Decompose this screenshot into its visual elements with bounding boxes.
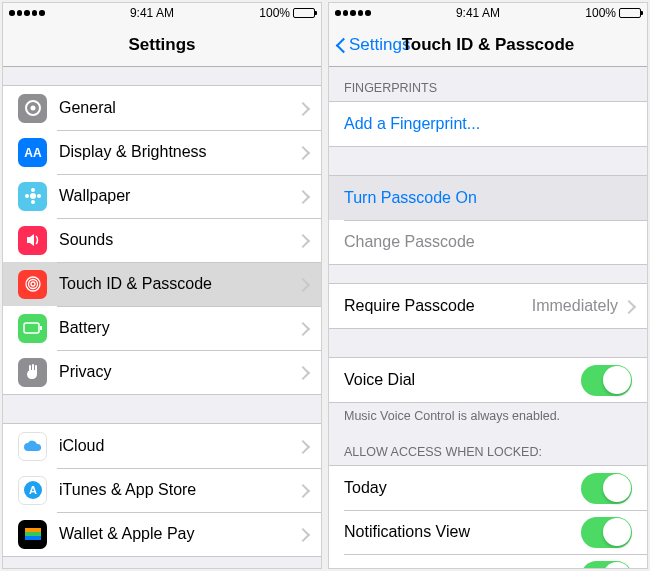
- require-passcode-label: Require Passcode: [344, 297, 532, 315]
- row-battery[interactable]: Battery: [3, 306, 321, 350]
- signal-dots: [9, 10, 45, 16]
- back-label: Settings: [349, 35, 410, 55]
- nav-bar: Settings: [3, 23, 321, 67]
- today-row: Today: [329, 466, 647, 510]
- svg-rect-17: [25, 536, 41, 540]
- status-time: 9:41 AM: [130, 6, 174, 20]
- battery-icon: [293, 8, 315, 18]
- require-passcode-row[interactable]: Require Passcode Immediately: [329, 284, 647, 328]
- chevron-right-icon: [624, 300, 632, 313]
- speaker-icon: [18, 226, 47, 255]
- siri-switch[interactable]: [581, 561, 632, 569]
- svg-point-3: [30, 193, 36, 199]
- require-passcode-value: Immediately: [532, 297, 618, 315]
- svg-text:AA: AA: [24, 146, 42, 159]
- appstore-icon: A: [18, 476, 47, 505]
- settings-screen: 9:41 AM 100% Settings General AA Display…: [2, 2, 322, 569]
- row-label: Privacy: [59, 363, 298, 381]
- nav-bar: Settings Touch ID & Passcode: [329, 23, 647, 67]
- settings-group-0: General AA Display & Brightness Wallpape…: [3, 85, 321, 395]
- chevron-right-icon: [298, 234, 306, 247]
- aa-icon: AA: [18, 138, 47, 167]
- status-bar: 9:41 AM 100%: [329, 3, 647, 23]
- svg-text:A: A: [29, 484, 37, 496]
- row-label: Touch ID & Passcode: [59, 275, 298, 293]
- chevron-left-icon: [335, 35, 347, 55]
- siri-row: Siri: [329, 554, 647, 568]
- chevron-right-icon: [298, 146, 306, 159]
- touchid-content[interactable]: FINGERPRINTS Add a Fingerprint... Turn P…: [329, 67, 647, 568]
- status-time: 9:41 AM: [456, 6, 500, 20]
- notifications-row: Notifications View: [329, 510, 647, 554]
- today-label: Today: [344, 479, 581, 497]
- turn-passcode-on-row[interactable]: Turn Passcode On: [329, 176, 647, 220]
- row-touchid[interactable]: Touch ID & Passcode: [3, 262, 321, 306]
- voice-dial-switch[interactable]: [581, 365, 632, 396]
- svg-point-9: [28, 280, 37, 289]
- require-group: Require Passcode Immediately: [329, 283, 647, 329]
- passcode-group: Turn Passcode On Change Passcode: [329, 175, 647, 265]
- voice-footer: Music Voice Control is always enabled.: [329, 403, 647, 431]
- flower-icon: [18, 182, 47, 211]
- touchid-screen: 9:41 AM 100% Settings Touch ID & Passcod…: [328, 2, 648, 569]
- row-label: Wallet & Apple Pay: [59, 525, 298, 543]
- row-label: iTunes & App Store: [59, 481, 298, 499]
- battery-percent: 100%: [259, 6, 290, 20]
- fingerprint-icon: [18, 270, 47, 299]
- add-fingerprint-label: Add a Fingerprint...: [344, 115, 632, 133]
- add-fingerprint-row[interactable]: Add a Fingerprint...: [329, 102, 647, 146]
- row-label: Display & Brightness: [59, 143, 298, 161]
- allow-group: Today Notifications View Siri: [329, 465, 647, 568]
- svg-point-5: [31, 200, 35, 204]
- notifications-switch[interactable]: [581, 517, 632, 548]
- turn-passcode-on-label: Turn Passcode On: [344, 189, 632, 207]
- change-passcode-label: Change Passcode: [344, 233, 632, 251]
- battery-row-icon: [18, 314, 47, 343]
- notifications-label: Notifications View: [344, 523, 581, 541]
- back-button[interactable]: Settings: [329, 35, 410, 55]
- svg-point-7: [37, 194, 41, 198]
- row-icloud[interactable]: iCloud: [3, 424, 321, 468]
- battery-percent: 100%: [585, 6, 616, 20]
- row-appstore[interactable]: A iTunes & App Store: [3, 468, 321, 512]
- row-label: Wallpaper: [59, 187, 298, 205]
- settings-content[interactable]: General AA Display & Brightness Wallpape…: [3, 67, 321, 568]
- row-sounds[interactable]: Sounds: [3, 218, 321, 262]
- siri-label: Siri: [344, 567, 581, 568]
- svg-rect-15: [25, 528, 41, 532]
- row-label: Sounds: [59, 231, 298, 249]
- chevron-right-icon: [298, 440, 306, 453]
- signal-dots: [335, 10, 371, 16]
- row-privacy[interactable]: Privacy: [3, 350, 321, 394]
- fingerprints-header: FINGERPRINTS: [329, 67, 647, 101]
- chevron-right-icon: [298, 102, 306, 115]
- svg-rect-12: [40, 326, 42, 330]
- row-display[interactable]: AA Display & Brightness: [3, 130, 321, 174]
- chevron-right-icon: [298, 322, 306, 335]
- nav-title: Settings: [3, 35, 321, 55]
- hand-icon: [18, 358, 47, 387]
- wallet-icon: [18, 520, 47, 549]
- voice-dial-row: Voice Dial: [329, 358, 647, 402]
- cloud-icon: [18, 432, 47, 461]
- battery-icon: [619, 8, 641, 18]
- chevron-right-icon: [298, 528, 306, 541]
- row-label: General: [59, 99, 298, 117]
- row-wallet[interactable]: Wallet & Apple Pay: [3, 512, 321, 556]
- row-wallpaper[interactable]: Wallpaper: [3, 174, 321, 218]
- row-general[interactable]: General: [3, 86, 321, 130]
- gear-icon: [18, 94, 47, 123]
- status-bar: 9:41 AM 100%: [3, 3, 321, 23]
- change-passcode-row[interactable]: Change Passcode: [329, 220, 647, 264]
- svg-point-1: [30, 106, 35, 111]
- row-label: iCloud: [59, 437, 298, 455]
- voice-dial-label: Voice Dial: [344, 371, 581, 389]
- chevron-right-icon: [298, 278, 306, 291]
- settings-group-1: iCloud A iTunes & App Store Wallet & App…: [3, 423, 321, 557]
- svg-rect-16: [25, 532, 41, 536]
- svg-point-4: [31, 188, 35, 192]
- svg-point-6: [25, 194, 29, 198]
- today-switch[interactable]: [581, 473, 632, 504]
- svg-rect-11: [24, 323, 39, 333]
- chevron-right-icon: [298, 366, 306, 379]
